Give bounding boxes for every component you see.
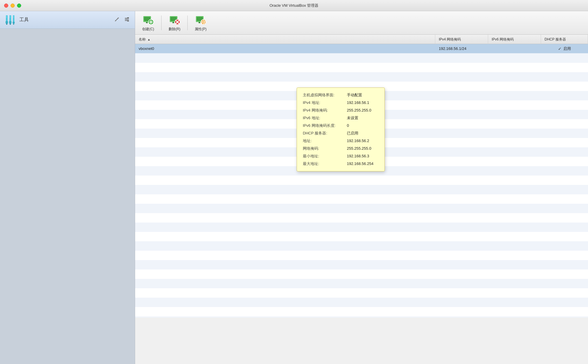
toolbar-separator-2	[187, 16, 188, 30]
create-button[interactable]: 创建(C)	[138, 12, 158, 33]
svg-rect-20	[127, 21, 129, 21]
sort-arrow: ▲	[147, 38, 150, 41]
svg-rect-1	[6, 21, 8, 23]
tooltip-row-0: 主机虚拟网络界面: 手动配置	[303, 92, 379, 98]
svg-rect-7	[13, 22, 15, 23]
svg-rect-10	[10, 16, 10, 18]
svg-point-15	[117, 18, 119, 19]
svg-rect-47	[199, 22, 200, 23]
svg-rect-2	[6, 23, 7, 25]
tooltip-row-6: 地址: 192.168.56.2	[303, 138, 379, 144]
header-ipv6[interactable]: IPv6 网络掩码	[488, 35, 541, 44]
svg-rect-51	[203, 19, 204, 21]
header-dhcp[interactable]: DHCP 服务器	[541, 35, 588, 44]
properties-label: 属性(P)	[195, 27, 206, 32]
svg-rect-53	[201, 22, 202, 22]
tooltip-label-4: IPv6 网络掩码长度:	[303, 123, 347, 128]
toolbar-separator-1	[161, 16, 162, 30]
svg-rect-19	[127, 17, 129, 18]
tooltip-value-6: 192.168.56.2	[347, 139, 369, 143]
properties-icon	[195, 14, 206, 26]
create-icon	[142, 14, 154, 26]
tooltip-value-8: 192.168.56.3	[347, 154, 369, 158]
tooltip-label-0: 主机虚拟网络界面:	[303, 92, 347, 98]
window-title: Oracle VM VirtualBox 管理器	[270, 3, 319, 8]
tools-icon	[4, 14, 16, 26]
tooltip-label-9: 最大地址:	[303, 161, 347, 166]
svg-line-13	[117, 18, 118, 20]
tooltip-value-5: 已启用	[347, 131, 358, 136]
svg-rect-54	[205, 22, 206, 22]
tooltip-value-7: 255.255.255.0	[347, 146, 371, 151]
svg-rect-18	[125, 20, 129, 21]
sidebar-label: 工具	[19, 17, 29, 23]
table-row[interactable]: vboxnet0 192.168.56.1/24 ✓ 启用	[135, 44, 588, 53]
tooltip-label-3: IPv6 地址:	[303, 115, 347, 121]
right-panel: 创建(C)	[135, 11, 588, 364]
tooltip-value-3: 未设置	[347, 115, 358, 121]
titlebar: Oracle VM VirtualBox 管理器	[0, 0, 588, 11]
cell-ipv6	[488, 44, 541, 53]
delete-label: 删除(R)	[169, 27, 181, 32]
pin-button[interactable]	[113, 16, 121, 24]
sidebar: 工具	[0, 11, 135, 364]
delete-button[interactable]: 删除(R)	[164, 12, 185, 33]
svg-rect-9	[6, 16, 7, 18]
tooltip-row-5: DHCP 服务器: 已启用	[303, 131, 379, 136]
maximize-button[interactable]	[17, 4, 21, 8]
content-area: 名称 ▲ IPv4 网络掩码 IPv6 网络掩码 DHCP 服务器	[135, 35, 588, 364]
tooltip-value-4: 0	[347, 123, 349, 128]
tooltip-label-2: IPv4 网络掩码:	[303, 108, 347, 113]
tooltip-row-4: IPv6 网络掩码长度: 0	[303, 123, 379, 128]
svg-rect-27	[146, 22, 148, 23]
cell-name: vboxnet0	[135, 44, 435, 53]
cell-dhcp: ✓ 启用	[541, 44, 588, 53]
svg-rect-16	[125, 18, 129, 18]
tooltip-row-9: 最大地址: 192.168.56.254	[303, 161, 379, 166]
svg-rect-4	[9, 21, 11, 23]
dhcp-checkmark: ✓	[558, 46, 562, 51]
table-header: 名称 ▲ IPv4 网络掩码 IPv6 网络掩码 DHCP 服务器	[135, 35, 588, 44]
tooltip-row-7: 网络掩码: 255.255.255.0	[303, 146, 379, 151]
svg-point-50	[203, 21, 204, 23]
svg-rect-5	[10, 23, 11, 25]
tooltip-label-5: DHCP 服务器:	[303, 131, 347, 136]
delete-icon	[169, 14, 180, 26]
create-label: 创建(C)	[142, 27, 154, 32]
tooltip-value-2: 255.255.255.0	[347, 108, 371, 112]
toolbar: 创建(C)	[135, 11, 588, 35]
tooltip-row-8: 最小地址: 192.168.56.3	[303, 154, 379, 159]
menu-button[interactable]	[123, 16, 131, 24]
sidebar-actions	[113, 16, 131, 24]
svg-rect-11	[13, 16, 14, 18]
main-layout: 工具	[0, 11, 588, 364]
cell-ipv4: 192.168.56.1/24	[435, 44, 488, 53]
tooltip-label-1: IPv4 地址:	[303, 100, 347, 105]
properties-button[interactable]: 属性(P)	[191, 12, 211, 33]
svg-rect-17	[125, 19, 129, 20]
tooltip-row-1: IPv4 地址: 192.168.56.1	[303, 100, 379, 105]
traffic-lights	[4, 4, 21, 8]
tooltip-row-2: IPv4 网络掩码: 255.255.255.0	[303, 108, 379, 113]
sidebar-header: 工具	[0, 11, 135, 29]
svg-rect-37	[172, 22, 174, 23]
tooltip-popup: 主机虚拟网络界面: 手动配置 IPv4 地址: 192.168.56.1 IPv…	[297, 87, 385, 171]
tooltip-value-0: 手动配置	[347, 92, 362, 98]
close-button[interactable]	[4, 4, 8, 8]
sidebar-content	[0, 29, 135, 364]
tooltip-row-3: IPv6 地址: 未设置	[303, 115, 379, 121]
tooltip-label-7: 网络掩码:	[303, 146, 347, 151]
svg-rect-8	[13, 23, 14, 25]
tooltip-value-1: 192.168.56.1	[347, 100, 369, 105]
tooltip-label-8: 最小地址:	[303, 154, 347, 159]
tooltip-label-6: 地址:	[303, 138, 347, 144]
header-ipv4[interactable]: IPv4 网络掩码	[435, 35, 488, 44]
header-name[interactable]: 名称 ▲	[135, 35, 435, 44]
minimize-button[interactable]	[11, 4, 15, 8]
svg-rect-52	[203, 23, 204, 25]
svg-point-14	[115, 20, 116, 21]
tooltip-value-9: 192.168.56.254	[347, 161, 373, 166]
